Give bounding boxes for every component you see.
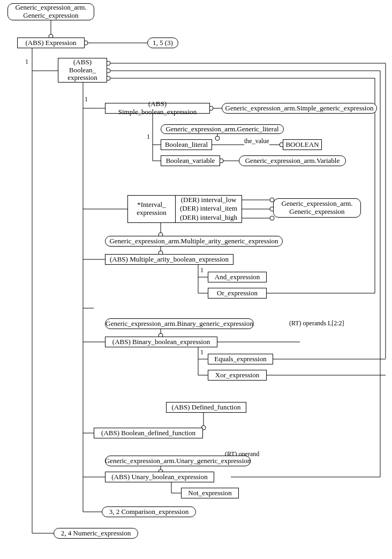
equals-expression: Equals_expression xyxy=(208,354,273,364)
variable-super: Generic_expression_arm.Variable xyxy=(239,155,346,166)
multi-super: Generic_expression_arm.Multiple_arity_ge… xyxy=(105,236,283,247)
boolean-expression-entity: (ABS) Boolean_ expression xyxy=(58,58,107,83)
svg-point-37 xyxy=(270,216,274,220)
or-expression: Or_expression xyxy=(208,288,267,299)
svg-point-27 xyxy=(215,136,220,140)
subtype-count-1c: 1 xyxy=(147,133,150,141)
interval-ref-generic-expression: Generic_expression_arm. Generic_expressi… xyxy=(273,198,361,218)
interval-expression: *Interval_ expression xyxy=(127,195,176,223)
binary-operands-label: (RT) operands L[2:2] xyxy=(289,319,344,327)
interval-attr-high: (DER) interval_high xyxy=(176,213,242,223)
unary-super: Generic_expression_arm.Unary_generic_exp… xyxy=(105,456,251,466)
simple-boolean-expression: (ABS) Simple_boolean_expression xyxy=(105,103,210,114)
multi-header: (ABS) Multiple_arity_boolean_expression xyxy=(105,254,233,265)
literal-the-value-attr: the_value xyxy=(244,137,269,145)
defined-function-sup: (ABS) Defined_function xyxy=(166,402,246,413)
subtype-count-1b: 1 xyxy=(85,95,88,103)
boolean-literal: Boolean_literal xyxy=(161,139,212,150)
xor-expression: Xor_expression xyxy=(208,370,267,381)
simple-generic-super: Generic_expression_arm.Simple_generic_ex… xyxy=(222,103,377,114)
boolean-defined-function: (ABS) Boolean_defined_function xyxy=(94,428,203,438)
numeric-expression-ref: 2, 4 Numeric_expression xyxy=(54,528,138,539)
and-expression: And_expression xyxy=(208,272,267,282)
interval-attr-item: (DER) interval_item xyxy=(176,204,242,214)
comparison-expression-ref: 3, 2 Comparison_expression xyxy=(102,506,196,517)
expression-entity: (ABS) Expression xyxy=(17,38,85,48)
subtype-count-1e: 1 xyxy=(200,348,203,356)
boolean-variable: Boolean_variable xyxy=(161,155,220,166)
expression-page-ref: 1, 5 (3) xyxy=(147,38,178,48)
subtype-count-1a: 1 xyxy=(25,58,28,66)
root-generic-expression: Generic_expression_arm. Generic_expressi… xyxy=(7,3,94,20)
unary-header: (ABS) Unary_boolean_expression xyxy=(105,472,214,482)
boolean-type: BOOLEAN xyxy=(283,139,322,150)
interval-attr-low: (DER) interval_low xyxy=(176,195,242,205)
subtype-count-1d: 1 xyxy=(200,266,203,274)
generic-literal-super: Generic_expression_arm.Generic_literal xyxy=(161,124,284,134)
binary-header: (ABS) Binary_boolean_expression xyxy=(105,337,217,347)
not-expression: Not_expression xyxy=(181,488,239,498)
binary-super: Generic_expression_arm.Binary_generic_ex… xyxy=(105,318,254,329)
